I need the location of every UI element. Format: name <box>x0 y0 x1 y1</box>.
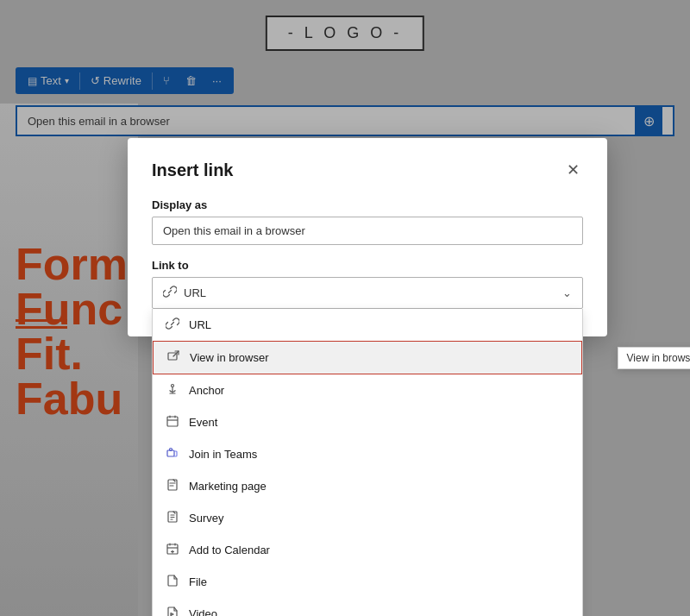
dropdown-item-survey[interactable]: Survey <box>153 502 582 534</box>
dropdown-item-video-label: Video <box>189 607 217 616</box>
dropdown-item-event-label: Event <box>189 416 217 429</box>
dropdown-item-join-teams[interactable]: Join in Teams <box>153 438 582 470</box>
display-as-label: Display as <box>152 198 583 211</box>
svg-point-4 <box>170 449 172 451</box>
link-to-dropdown[interactable]: URL ⌄ <box>152 277 583 309</box>
dropdown-chevron-icon: ⌄ <box>562 286 572 299</box>
survey-icon <box>165 510 180 526</box>
view-in-browser-icon <box>166 349 181 366</box>
display-as-input[interactable] <box>152 217 583 245</box>
modal-header: Insert link ✕ <box>152 159 583 181</box>
add-calendar-icon <box>165 542 180 558</box>
dropdown-item-survey-label: Survey <box>189 512 223 525</box>
dropdown-item-anchor-label: Anchor <box>189 384 224 397</box>
file-icon <box>165 574 180 590</box>
link-to-dropdown-container: URL ⌄ URL <box>152 277 583 309</box>
dropdown-item-marketing-page[interactable]: Marketing page <box>153 470 582 502</box>
marketing-page-icon <box>165 478 180 494</box>
video-icon <box>165 606 180 616</box>
dropdown-item-file[interactable]: File <box>153 566 582 598</box>
close-icon: ✕ <box>567 161 580 179</box>
svg-rect-2 <box>167 417 178 426</box>
dropdown-item-anchor[interactable]: Anchor <box>153 374 582 406</box>
url-icon <box>165 317 180 333</box>
dropdown-item-add-calendar-label: Add to Calendar <box>189 544 270 556</box>
dropdown-item-url-label: URL <box>189 318 211 331</box>
dropdown-list: URL View in browser View in browser <box>152 309 583 616</box>
dropdown-item-event[interactable]: Event <box>153 406 582 438</box>
teams-icon <box>165 446 180 462</box>
dropdown-item-url[interactable]: URL <box>153 309 582 341</box>
anchor-icon <box>165 382 180 399</box>
dropdown-item-marketing-page-label: Marketing page <box>189 480 267 493</box>
dropdown-item-video[interactable]: Video <box>153 598 582 616</box>
dropdown-link-icon <box>163 285 177 301</box>
modal-close-button[interactable]: ✕ <box>563 159 583 181</box>
insert-link-modal: Insert link ✕ Display as Link to URL ⌄ <box>128 138 607 336</box>
link-to-label: Link to <box>152 259 583 272</box>
dropdown-item-view-in-browser-label: View in browser <box>190 351 269 364</box>
dropdown-item-view-in-browser[interactable]: View in browser View in browser <box>153 341 582 374</box>
dropdown-item-join-teams-label: Join in Teams <box>189 448 257 461</box>
modal-title: Insert link <box>152 160 233 180</box>
dropdown-selected-label: URL <box>184 286 206 299</box>
event-icon <box>165 414 180 431</box>
dropdown-item-file-label: File <box>189 575 207 588</box>
dropdown-item-add-calendar[interactable]: Add to Calendar <box>153 534 582 566</box>
